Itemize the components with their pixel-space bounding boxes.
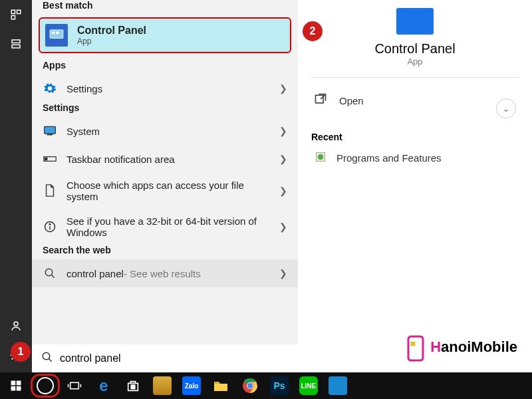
svg-rect-28: [11, 386, 16, 391]
settings-item-taskbar[interactable]: Taskbar notification area ❯: [32, 145, 298, 173]
chevron-right-icon: ❯: [279, 154, 287, 164]
svg-rect-26: [11, 381, 16, 386]
taskbar-app-2[interactable]: [323, 372, 352, 399]
control-panel-icon: [45, 24, 68, 47]
svg-line-22: [49, 358, 52, 362]
rail-person-icon[interactable]: [0, 311, 32, 340]
chevron-right-icon: ❯: [279, 126, 287, 136]
chrome-button[interactable]: [235, 372, 265, 399]
svg-rect-9: [50, 30, 63, 39]
chevron-right-icon: ❯: [279, 83, 287, 94]
zalo-icon: Zalo: [182, 376, 201, 395]
svg-rect-36: [133, 387, 134, 388]
open-label: Open: [339, 95, 364, 106]
svg-point-5: [14, 322, 18, 326]
svg-point-18: [49, 223, 51, 225]
watermark-h: H: [430, 338, 441, 355]
best-match-result[interactable]: Control Panel App: [39, 17, 291, 53]
expand-chevron-icon[interactable]: ⌄: [496, 98, 516, 118]
open-icon: [314, 92, 327, 109]
search-icon: [43, 266, 57, 281]
chevron-right-icon: ❯: [279, 221, 287, 232]
preview-panel: Control Panel App Open ⌄ Recent Programs…: [298, 0, 532, 359]
settings-item-label: System: [66, 126, 100, 137]
app-icon: [153, 376, 172, 395]
settings-item-label: Choose which apps can access your file s…: [66, 180, 266, 202]
svg-rect-27: [17, 381, 21, 386]
annotation-ring-1: [31, 374, 60, 398]
recent-item-label: Programs and Features: [336, 152, 442, 164]
watermark-rest: anoiMobile: [441, 338, 517, 355]
edge-button[interactable]: e: [89, 372, 118, 399]
phone-wrench-icon: [404, 335, 427, 362]
svg-point-39: [247, 383, 253, 388]
start-menu-rail: [0, 0, 32, 399]
best-match-subtitle: App: [77, 37, 146, 46]
settings-item-bitness[interactable]: See if you have a 32-bit or 64-bit versi…: [32, 209, 298, 245]
search-input-box[interactable]: [32, 344, 298, 372]
explorer-button[interactable]: [206, 372, 235, 399]
start-button[interactable]: [1, 372, 31, 399]
svg-rect-29: [17, 386, 21, 391]
rail-recent-icon[interactable]: [0, 0, 32, 29]
svg-rect-13: [48, 134, 53, 135]
svg-rect-40: [408, 336, 423, 360]
svg-rect-11: [56, 32, 59, 35]
edge-icon: e: [94, 376, 113, 395]
preview-subtitle: App: [311, 57, 519, 66]
open-action[interactable]: Open: [311, 88, 519, 113]
photoshop-button[interactable]: Ps: [265, 372, 294, 399]
monitor-icon: [43, 124, 57, 138]
taskbar-icon: [43, 152, 57, 166]
taskbar: e Zalo Ps LINE: [0, 372, 532, 399]
divider: [311, 77, 519, 78]
store-icon: [124, 376, 142, 395]
annotation-badge-1: 1: [11, 342, 31, 362]
rail-apps-icon[interactable]: [0, 29, 32, 59]
svg-rect-10: [52, 32, 55, 35]
control-panel-large-icon: [396, 8, 434, 35]
search-input[interactable]: [60, 352, 289, 364]
folder-icon: [211, 376, 230, 395]
apps-item-label: Settings: [66, 83, 102, 94]
chevron-right-icon: ❯: [279, 186, 287, 196]
svg-rect-33: [131, 385, 132, 386]
recent-header: Recent: [311, 132, 519, 142]
svg-rect-1: [17, 10, 21, 13]
programs-features-icon: [314, 150, 327, 166]
settings-item-label: Taskbar notification area: [66, 154, 175, 165]
app-icon: [329, 376, 347, 395]
settings-item-system[interactable]: System ❯: [32, 117, 298, 145]
settings-item-file-access[interactable]: Choose which apps can access your file s…: [32, 173, 298, 209]
task-view-button[interactable]: [60, 372, 89, 399]
gear-icon: [43, 81, 57, 96]
svg-rect-4: [12, 45, 20, 49]
search-icon: [41, 351, 53, 366]
web-result[interactable]: control panel - See web results ❯: [32, 259, 298, 287]
best-match-title: Control Panel: [77, 25, 146, 37]
svg-line-20: [51, 275, 55, 278]
zalo-button[interactable]: Zalo: [177, 372, 206, 399]
recent-item[interactable]: Programs and Features: [311, 142, 519, 174]
svg-rect-30: [70, 382, 79, 388]
preview-title: Control Panel: [311, 41, 519, 57]
best-match-header: Best match: [32, 0, 298, 15]
chrome-icon: [241, 376, 259, 395]
line-button[interactable]: LINE: [294, 372, 323, 399]
line-icon: LINE: [299, 376, 318, 395]
svg-point-21: [43, 352, 50, 360]
store-button[interactable]: [118, 372, 148, 399]
apps-item-settings[interactable]: Settings ❯: [32, 74, 298, 102]
search-results-panel: Best match Control Panel App Apps Settin…: [32, 0, 298, 359]
svg-rect-3: [12, 40, 20, 43]
svg-rect-15: [45, 158, 47, 160]
svg-rect-2: [11, 16, 15, 19]
taskbar-app-1[interactable]: [148, 372, 177, 399]
apps-header: Apps: [32, 60, 298, 74]
svg-point-25: [318, 154, 323, 160]
file-icon: [43, 184, 57, 198]
search-web-header: Search the web: [32, 245, 298, 259]
settings-item-label: See if you have a 32-bit or 64-bit versi…: [66, 215, 266, 238]
photoshop-icon: Ps: [270, 376, 289, 395]
web-query: control panel: [66, 268, 124, 279]
